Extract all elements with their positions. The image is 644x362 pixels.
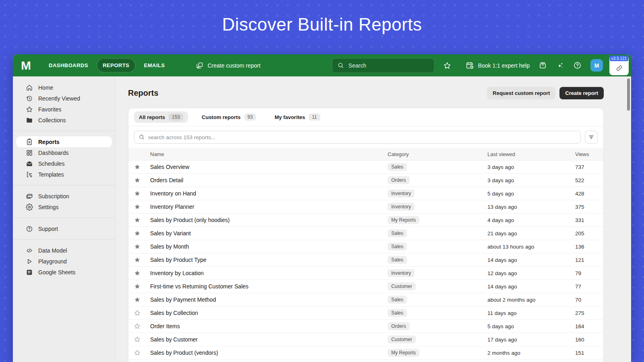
sparkles-icon[interactable] (556, 61, 564, 70)
sidebar-item-playground[interactable]: Playground (16, 256, 112, 267)
column-last-viewed[interactable]: Last viewed (483, 151, 571, 157)
column-name[interactable]: Name (146, 151, 384, 157)
report-name: Sales by Variant (146, 230, 384, 237)
global-search-placeholder: Search (349, 62, 366, 69)
nav-item-reports[interactable]: REPORTS (97, 58, 135, 72)
user-avatar[interactable]: M (590, 59, 603, 72)
tab-my-favorites[interactable]: My favorites11 (270, 111, 325, 123)
report-name: Inventory by Location (146, 270, 384, 276)
table-row[interactable]: Sales by Product (vendors)My Reports2 mo… (128, 346, 603, 360)
table-row[interactable]: Sales OverviewSales3 days ago737 (128, 160, 603, 174)
report-last-viewed: 5 days ago (483, 323, 571, 329)
sidebar-item-templates[interactable]: Templates (16, 169, 112, 180)
report-name: First-time vs Returning Customer Sales (146, 283, 384, 290)
table-row[interactable]: Order ItemsOrders5 days ago164 (128, 320, 603, 333)
favorites-star-icon[interactable] (443, 62, 451, 70)
home-icon (26, 84, 33, 91)
table-row[interactable]: Sales by CollectionSales11 days ago275 (128, 306, 603, 320)
create-report-button[interactable]: Create report (559, 87, 604, 99)
favorite-star-outline-icon[interactable] (128, 336, 146, 343)
report-name: Orders Detail (146, 177, 384, 183)
template-plus-icon (26, 171, 33, 178)
sidebar-item-collections[interactable]: Collections (16, 115, 112, 125)
favorite-star-filled-icon[interactable] (128, 230, 146, 237)
category-badge: Inventory (388, 203, 415, 211)
report-views: 164 (571, 323, 603, 329)
global-search-input[interactable]: Search (332, 58, 434, 73)
sidebar-item-reports[interactable]: Reports (16, 136, 112, 147)
app-logo[interactable]: M (21, 60, 31, 72)
sidebar-item-settings[interactable]: Settings (16, 202, 112, 212)
table-row[interactable]: Orders DetailOrders3 days ago522 (128, 174, 603, 187)
filter-button[interactable] (585, 131, 598, 144)
sidebar-item-google-sheets[interactable]: Google Sheets (16, 267, 112, 278)
category-badge: Customer (388, 282, 416, 290)
favorite-star-filled-icon[interactable] (128, 164, 146, 170)
favorite-star-filled-icon[interactable] (128, 296, 146, 303)
table-row[interactable]: Sales by Payment MethodSalesabout 2 mont… (128, 293, 603, 306)
sidebar-item-schedules[interactable]: Schedules (16, 158, 112, 169)
nav-item-emails[interactable]: EMAILS (138, 58, 171, 72)
reports-search-input[interactable] (148, 134, 576, 140)
favorite-star-filled-icon[interactable] (128, 257, 146, 263)
reports-tabs: All reports153Custom reports93My favorit… (128, 108, 603, 126)
copy-plus-icon (196, 62, 204, 70)
report-category-cell: Customer (384, 335, 483, 343)
search-icon (138, 134, 145, 140)
favorite-star-filled-icon[interactable] (128, 177, 146, 183)
table-row[interactable]: Sales by CustomerCustomer17 days ago160 (128, 333, 603, 346)
sidebar-item-label: Data Model (38, 247, 67, 254)
table-row[interactable]: Sales by Product TypeSales14 days ago121 (128, 253, 603, 267)
sidebar-item-favorites[interactable]: Favorites (16, 104, 112, 115)
favorite-star-filled-icon[interactable] (128, 217, 146, 223)
sidebar-item-support[interactable]: Support (16, 223, 112, 234)
table-row[interactable]: Sales by Product (only hoodies)My Report… (128, 214, 603, 227)
report-last-viewed: 4 days ago (483, 217, 571, 223)
column-category[interactable]: Category (384, 151, 483, 157)
create-custom-report-button[interactable]: Create custom report (196, 62, 261, 70)
favorite-star-filled-icon[interactable] (128, 190, 146, 197)
favorite-star-filled-icon[interactable] (128, 270, 146, 276)
sidebar-item-subscription[interactable]: Subscription (16, 191, 112, 202)
report-category-cell: Orders (384, 176, 483, 184)
version-widget[interactable]: v3.5.121 (609, 56, 629, 75)
report-category-cell: My Reports (384, 349, 483, 357)
report-name: Inventory Planner (146, 204, 384, 210)
table-row[interactable]: Sales by MonthSalesabout 13 hours ago136 (128, 240, 603, 253)
sidebar-item-data-model[interactable]: Data Model (16, 245, 112, 256)
report-name: Sales by Customer (146, 336, 384, 343)
nav-item-dashboards[interactable]: DASHBOARDS (43, 58, 94, 72)
favorite-star-outline-icon[interactable] (128, 350, 146, 356)
report-views: 275 (571, 310, 603, 316)
report-views: 151 (571, 350, 603, 356)
sidebar-item-home[interactable]: Home (16, 82, 112, 93)
favorite-star-outline-icon[interactable] (128, 323, 146, 329)
tab-all-reports[interactable]: All reports153 (134, 111, 188, 123)
book-expert-help-button[interactable]: Book 1:1 expert help (466, 61, 530, 70)
favorite-star-filled-icon[interactable] (128, 204, 146, 210)
column-views[interactable]: Views (571, 151, 603, 157)
report-views: 737 (571, 164, 603, 170)
star-icon (26, 106, 33, 113)
help-icon[interactable] (573, 61, 582, 70)
sidebar-item-recently-viewed[interactable]: Recently Viewed (16, 93, 112, 104)
request-custom-report-button[interactable]: Request custom report (487, 87, 555, 99)
vertical-scrollbar[interactable] (627, 78, 630, 111)
report-name: Sales by Payment Method (146, 296, 384, 303)
archive-box-icon[interactable] (539, 61, 547, 70)
gear-icon (26, 204, 33, 211)
table-row[interactable]: Inventory on HandInventory5 days ago428 (128, 187, 603, 200)
favorite-star-filled-icon[interactable] (128, 283, 146, 290)
report-views: 70 (571, 297, 603, 303)
sidebar-item-dashboards[interactable]: Dashboards (16, 147, 112, 158)
report-name: Sales by Collection (146, 310, 384, 316)
report-category-cell: Inventory (384, 203, 483, 211)
table-row[interactable]: Inventory PlannerInventory13 days ago375 (128, 200, 603, 214)
favorite-star-filled-icon[interactable] (128, 243, 146, 250)
tab-custom-reports[interactable]: Custom reports93 (197, 111, 261, 123)
table-row[interactable]: Inventory by LocationInventory12 days ag… (128, 267, 603, 280)
report-last-viewed: 11 days ago (483, 310, 571, 316)
favorite-star-outline-icon[interactable] (128, 310, 146, 316)
table-row[interactable]: First-time vs Returning Customer SalesCu… (128, 280, 603, 293)
table-row[interactable]: Sales by VariantSales21 days ago205 (128, 227, 603, 240)
